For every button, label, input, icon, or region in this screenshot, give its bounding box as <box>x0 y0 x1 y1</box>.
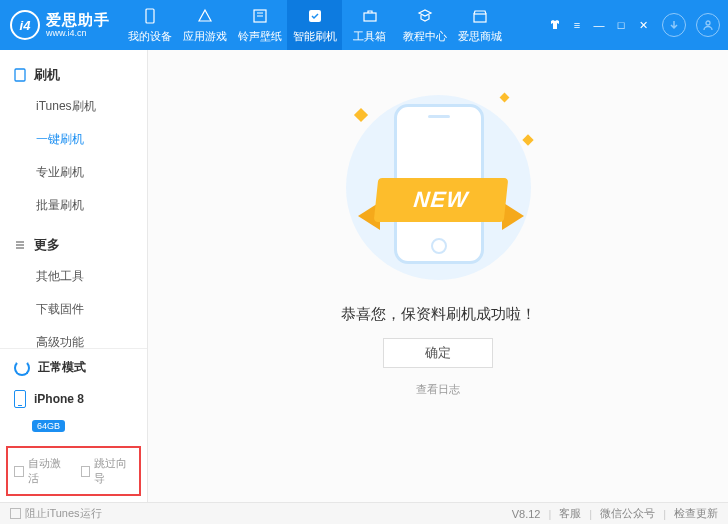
app-logo: i4 爱思助手 www.i4.cn <box>10 10 110 40</box>
nav-label: 教程中心 <box>403 29 447 44</box>
storage-badge: 64GB <box>32 420 65 432</box>
checkbox-auto-activate[interactable]: 自动激活 <box>14 456 67 486</box>
sidebar-item-advanced[interactable]: 高级功能 <box>0 326 147 348</box>
user-button[interactable] <box>696 13 720 37</box>
sidebar-item-batch-flash[interactable]: 批量刷机 <box>0 189 147 222</box>
checkbox-label: 自动激活 <box>28 456 67 486</box>
view-log-link[interactable]: 查看日志 <box>416 382 460 397</box>
nav-store[interactable]: 爱思商城 <box>452 0 507 50</box>
sidebar-group-more[interactable]: 更多 <box>0 230 147 260</box>
update-link[interactable]: 检查更新 <box>674 506 718 521</box>
phone-icon <box>14 68 26 82</box>
checkbox-icon <box>14 466 24 477</box>
download-button[interactable] <box>662 13 686 37</box>
nav-ringtones[interactable]: 铃声壁纸 <box>232 0 287 50</box>
nav-my-device[interactable]: 我的设备 <box>122 0 177 50</box>
checkbox-label: 阻止iTunes运行 <box>25 506 102 521</box>
more-icon <box>14 239 26 251</box>
flash-icon <box>306 7 324 25</box>
wallpaper-icon <box>251 7 269 25</box>
checkbox-label: 跳过向导 <box>94 456 133 486</box>
nav-label: 工具箱 <box>353 29 386 44</box>
svg-rect-6 <box>15 69 25 81</box>
checkbox-icon <box>81 466 91 477</box>
maximize-button[interactable]: □ <box>612 16 630 34</box>
svg-rect-4 <box>474 14 486 22</box>
device-mode[interactable]: 正常模式 <box>0 349 147 386</box>
mode-label: 正常模式 <box>38 359 86 376</box>
nav-toolbox[interactable]: 工具箱 <box>342 0 397 50</box>
device-name: iPhone 8 <box>34 392 84 406</box>
tshirt-icon[interactable] <box>546 16 564 34</box>
sidebar-item-download-firmware[interactable]: 下载固件 <box>0 293 147 326</box>
checkbox-block-itunes[interactable]: 阻止iTunes运行 <box>10 506 102 521</box>
support-link[interactable]: 客服 <box>559 506 581 521</box>
sidebar-group-flash[interactable]: 刷机 <box>0 60 147 90</box>
svg-rect-0 <box>146 9 154 23</box>
ok-button[interactable]: 确定 <box>383 338 493 368</box>
main-content: NEW 恭喜您，保资料刷机成功啦！ 确定 查看日志 <box>148 50 728 502</box>
group-title: 更多 <box>34 236 60 254</box>
sidebar-item-oneclick-flash[interactable]: 一键刷机 <box>0 123 147 156</box>
sidebar: 刷机 iTunes刷机 一键刷机 专业刷机 批量刷机 更多 其他工具 下载固件 … <box>0 50 148 502</box>
app-url: www.i4.cn <box>46 29 110 38</box>
titlebar-right: ≡ — □ ✕ <box>546 13 720 37</box>
app-name: 爱思助手 <box>46 12 110 27</box>
close-button[interactable]: ✕ <box>634 16 652 34</box>
phone-icon <box>141 7 159 25</box>
success-message: 恭喜您，保资料刷机成功啦！ <box>341 305 536 324</box>
sidebar-item-pro-flash[interactable]: 专业刷机 <box>0 156 147 189</box>
toolbox-icon <box>361 7 379 25</box>
ribbon-label: NEW <box>374 178 509 222</box>
minimize-button[interactable]: — <box>590 16 608 34</box>
activation-options: 自动激活 跳过向导 <box>6 446 141 496</box>
device-info[interactable]: iPhone 8 <box>0 386 147 418</box>
refresh-icon <box>14 360 30 376</box>
nav-label: 我的设备 <box>128 29 172 44</box>
wechat-link[interactable]: 微信公众号 <box>600 506 655 521</box>
phone-icon <box>14 390 26 408</box>
statusbar: 阻止iTunes运行 V8.12 | 客服 | 微信公众号 | 检查更新 <box>0 502 728 524</box>
svg-point-5 <box>706 21 710 25</box>
sidebar-item-itunes-flash[interactable]: iTunes刷机 <box>0 90 147 123</box>
tutorial-icon <box>416 7 434 25</box>
store-icon <box>471 7 489 25</box>
nav-apps[interactable]: 应用游戏 <box>177 0 232 50</box>
svg-rect-3 <box>364 13 376 21</box>
version-label: V8.12 <box>512 508 541 520</box>
group-title: 刷机 <box>34 66 60 84</box>
checkbox-skip-wizard[interactable]: 跳过向导 <box>81 456 134 486</box>
nav-label: 爱思商城 <box>458 29 502 44</box>
top-navigation: 我的设备 应用游戏 铃声壁纸 智能刷机 工具箱 教程中心 爱思商城 <box>122 0 507 50</box>
nav-flash[interactable]: 智能刷机 <box>287 0 342 50</box>
checkbox-icon <box>10 508 21 519</box>
nav-label: 应用游戏 <box>183 29 227 44</box>
nav-tutorials[interactable]: 教程中心 <box>397 0 452 50</box>
success-illustration: NEW <box>338 90 538 285</box>
menu-icon[interactable]: ≡ <box>568 16 586 34</box>
sidebar-item-other-tools[interactable]: 其他工具 <box>0 260 147 293</box>
nav-label: 铃声壁纸 <box>238 29 282 44</box>
titlebar: i4 爱思助手 www.i4.cn 我的设备 应用游戏 铃声壁纸 智能刷机 工具… <box>0 0 728 50</box>
logo-icon: i4 <box>10 10 40 40</box>
apps-icon <box>196 7 214 25</box>
nav-label: 智能刷机 <box>293 29 337 44</box>
